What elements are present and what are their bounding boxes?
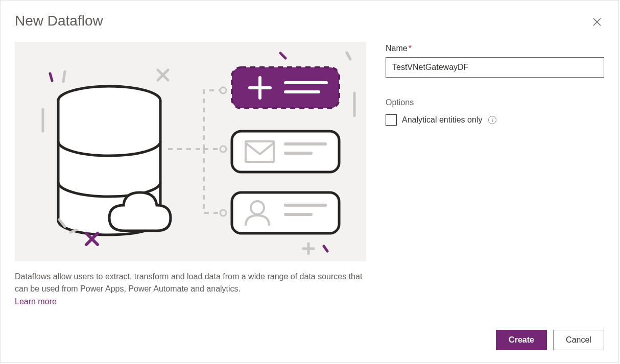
- svg-rect-8: [232, 67, 339, 108]
- analytical-only-label[interactable]: Analytical entities only: [402, 115, 482, 125]
- create-button[interactable]: Create: [496, 330, 547, 350]
- info-icon[interactable]: i: [488, 116, 496, 124]
- dialog-description: Dataflows allow users to extract, transf…: [15, 271, 366, 295]
- close-icon: [593, 18, 601, 26]
- name-label: Name*: [386, 44, 604, 53]
- dialog-footer: Create Cancel: [496, 330, 604, 350]
- svg-line-24: [63, 71, 65, 82]
- close-button[interactable]: [590, 15, 604, 31]
- analytical-only-checkbox[interactable]: [386, 114, 397, 126]
- svg-point-6: [220, 146, 226, 152]
- dialog-header: New Dataflow: [1, 1, 618, 31]
- name-input[interactable]: [386, 57, 604, 78]
- cancel-button[interactable]: Cancel: [553, 330, 604, 350]
- new-dataflow-dialog: New Dataflow: [0, 0, 619, 363]
- dialog-title: New Dataflow: [15, 13, 103, 29]
- options-heading: Options: [386, 98, 604, 107]
- left-column: Dataflows allow users to extract, transf…: [15, 42, 366, 306]
- name-label-text: Name: [386, 44, 408, 53]
- required-indicator: *: [409, 44, 412, 53]
- right-column: Name* Options Analytical entities only i: [386, 42, 604, 306]
- dialog-body: Dataflows allow users to extract, transf…: [1, 31, 618, 306]
- svg-point-7: [220, 210, 226, 216]
- dataflow-illustration: [15, 42, 366, 261]
- analytical-only-row: Analytical entities only i: [386, 114, 604, 126]
- learn-more-link[interactable]: Learn more: [15, 297, 57, 306]
- svg-point-5: [220, 87, 226, 93]
